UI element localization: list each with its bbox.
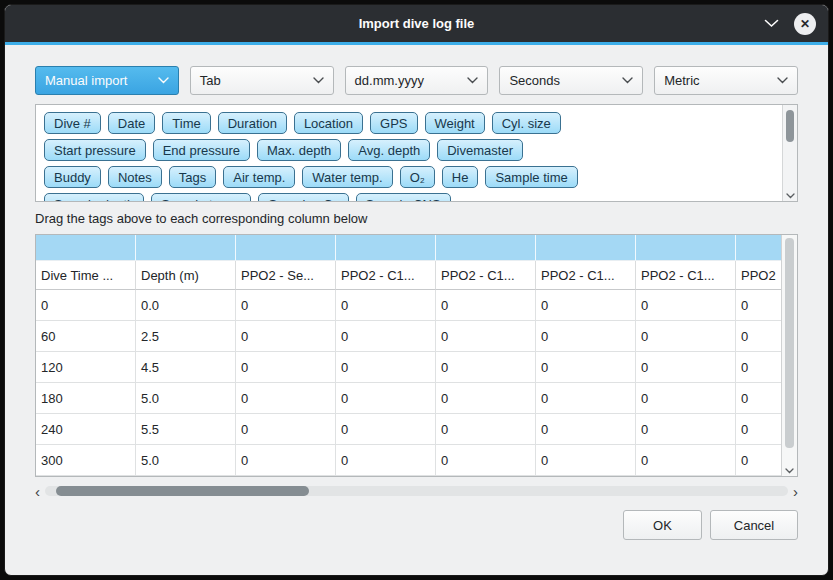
table-cell: 0	[436, 352, 536, 383]
import-tag[interactable]: Duration	[218, 112, 287, 134]
close-icon: ✕	[800, 18, 810, 30]
scrollbar-thumb[interactable]	[56, 486, 309, 496]
tag-pool-rows: Dive # Date Time Duration Location GPS W…	[36, 105, 782, 201]
table-cell: 0.0	[136, 290, 236, 321]
table-cell: 0	[536, 414, 636, 445]
table-cell: 2.5	[136, 321, 236, 352]
table-cell: 240	[36, 414, 136, 445]
table-cell: 0	[236, 321, 336, 352]
tag-row: Sample depth Sample temp. Sample pO₂ Sam…	[44, 193, 774, 201]
column-drop-zone[interactable]	[736, 235, 781, 261]
tag-row: Dive # Date Time Duration Location GPS W…	[44, 112, 774, 134]
preview-table: Dive Time ... Depth (m) PPO2 - Se... PPO…	[35, 234, 798, 477]
column-drop-zone[interactable]	[136, 235, 236, 261]
cancel-button[interactable]: Cancel	[710, 510, 798, 540]
table-row: 240 5.5 0 0 0 0 0 0	[36, 414, 781, 445]
table-cell: 0	[436, 321, 536, 352]
import-tag[interactable]: Water temp.	[302, 166, 392, 188]
column-drop-zone[interactable]	[436, 235, 536, 261]
table-cell: 0	[736, 414, 781, 445]
column-drop-zone[interactable]	[36, 235, 136, 261]
table-vertical-scrollbar[interactable]	[781, 235, 797, 476]
table-cell: 0	[336, 414, 436, 445]
scroll-right-icon[interactable]: ›	[793, 484, 798, 499]
ok-button[interactable]: OK	[623, 510, 702, 540]
import-tag[interactable]: End pressure	[153, 139, 250, 161]
import-tag[interactable]: Date	[108, 112, 155, 134]
table-cell: 0	[236, 445, 336, 476]
window-title: Import dive log file	[359, 16, 475, 31]
header-row: Dive Time ... Depth (m) PPO2 - Se... PPO…	[36, 261, 781, 290]
import-tag[interactable]: O₂	[400, 166, 435, 188]
table-cell: 4.5	[136, 352, 236, 383]
table-cell: 0	[236, 290, 336, 321]
import-tag[interactable]: Sample time	[485, 166, 577, 188]
table-cell: 0	[536, 383, 636, 414]
table-cell: 300	[36, 445, 136, 476]
table-cell: 0	[636, 383, 736, 414]
scroll-left-icon[interactable]: ‹	[35, 484, 40, 499]
scrollbar-track[interactable]	[45, 486, 788, 496]
import-tag[interactable]: Avg. depth	[348, 139, 430, 161]
column-drop-zone[interactable]	[236, 235, 336, 261]
units-value: Metric	[664, 73, 699, 88]
field-separator-select[interactable]: Tab	[190, 66, 334, 95]
shade-button[interactable]	[764, 19, 779, 28]
table-row: 180 5.0 0 0 0 0 0 0	[36, 383, 781, 414]
scroll-down-icon[interactable]	[782, 468, 797, 474]
tag-row: Buddy Notes Tags Air temp. Water temp. O…	[44, 166, 774, 188]
column-header: PPO2 - C1...	[436, 261, 536, 290]
dialog-content: Manual import Tab dd.mm.yyyy Seconds	[5, 45, 828, 540]
table-cell: 0	[336, 352, 436, 383]
table-viewport: Dive Time ... Depth (m) PPO2 - Se... PPO…	[36, 235, 781, 476]
table-cell: 5.5	[136, 414, 236, 445]
import-tag[interactable]: Dive #	[44, 112, 101, 134]
table-cell: 180	[36, 383, 136, 414]
column-drop-zone[interactable]	[336, 235, 436, 261]
import-tag[interactable]: Sample pO₂	[258, 193, 348, 201]
import-mode-select[interactable]: Manual import	[35, 66, 179, 95]
column-drop-zone[interactable]	[536, 235, 636, 261]
import-tag[interactable]: Sample depth	[44, 193, 144, 201]
date-format-select[interactable]: dd.mm.yyyy	[345, 66, 489, 95]
chevron-down-icon	[313, 77, 324, 84]
close-button[interactable]: ✕	[794, 13, 816, 35]
duration-format-select[interactable]: Seconds	[499, 66, 643, 95]
import-tag[interactable]: Time	[162, 112, 210, 134]
table-row: 0 0.0 0 0 0 0 0 0	[36, 290, 781, 321]
import-tag[interactable]: He	[442, 166, 479, 188]
window-titlebar[interactable]: Import dive log file ✕	[5, 5, 828, 42]
scrollbar-thumb[interactable]	[786, 110, 794, 142]
table-cell: 0	[736, 290, 781, 321]
tag-pool: Dive # Date Time Duration Location GPS W…	[35, 104, 798, 202]
table-horizontal-scrollbar[interactable]: ‹ ›	[35, 483, 798, 499]
import-tag[interactable]: Divemaster	[437, 139, 523, 161]
table-cell: 5.0	[136, 445, 236, 476]
units-select[interactable]: Metric	[654, 66, 798, 95]
import-dialog: Import dive log file ✕ Manual import Tab	[4, 4, 829, 576]
import-tag[interactable]: Weight	[425, 112, 485, 134]
import-tag[interactable]: Max. depth	[257, 139, 341, 161]
table-cell: 0	[736, 321, 781, 352]
scroll-down-icon[interactable]	[783, 193, 797, 199]
import-tag[interactable]: Sample temp.	[151, 193, 251, 201]
table-cell: 0	[536, 445, 636, 476]
import-tag[interactable]: Cyl. size	[492, 112, 561, 134]
import-tag[interactable]: Tags	[169, 166, 216, 188]
import-tag[interactable]: Location	[294, 112, 363, 134]
dialog-button-row: OK Cancel	[35, 510, 798, 540]
drop-zone-row	[36, 235, 781, 261]
tag-pool-scrollbar[interactable]	[782, 105, 797, 201]
column-header: PPO2 - C1...	[336, 261, 436, 290]
import-tag[interactable]: Start pressure	[44, 139, 146, 161]
column-header: PPO2 - C1...	[536, 261, 636, 290]
table-cell: 120	[36, 352, 136, 383]
tag-row: Start pressure End pressure Max. depth A…	[44, 139, 774, 161]
column-drop-zone[interactable]	[636, 235, 736, 261]
import-tag[interactable]: Air temp.	[223, 166, 295, 188]
import-tag[interactable]: Buddy	[44, 166, 101, 188]
import-tag[interactable]: GPS	[370, 112, 417, 134]
import-tag[interactable]: Sample CNS	[356, 193, 451, 201]
import-tag[interactable]: Notes	[108, 166, 162, 188]
scrollbar-thumb[interactable]	[785, 238, 794, 448]
